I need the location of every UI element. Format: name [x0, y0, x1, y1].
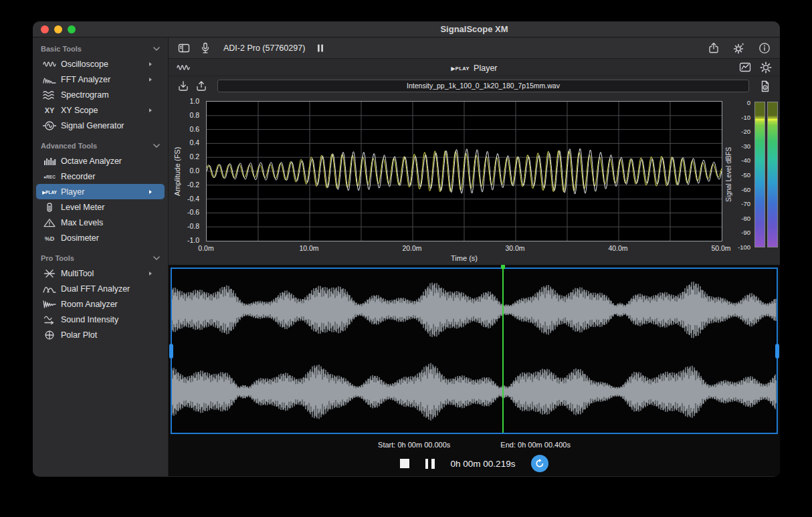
sine-wave-icon — [40, 60, 59, 69]
sidebar-item-dosimeter[interactable]: %DDosimeter — [36, 230, 165, 245]
sidebar-item-dual-fft-analyzer[interactable]: Dual FFT Analyzer — [36, 281, 165, 296]
chart-view-toggle-button[interactable] — [739, 62, 751, 74]
sidebar-item-oscilloscope[interactable]: Oscilloscope — [36, 56, 165, 72]
pause-button[interactable] — [425, 459, 435, 469]
chevron-down-icon — [153, 256, 160, 260]
meter-tick-label: -40 — [741, 157, 750, 164]
player-settings-button[interactable] — [760, 62, 772, 74]
meter-tick-label: 0 — [747, 99, 750, 106]
sidebar-item-room-analyzer[interactable]: Room Analyzer — [36, 296, 165, 312]
svg-text:▶PLAY: ▶PLAY — [42, 190, 57, 195]
export-file-button[interactable] — [195, 80, 207, 92]
sidebar-item-signal-generator[interactable]: Signal Generator — [36, 118, 165, 133]
end-time-label: End: 0h 00m 00.400s — [500, 441, 571, 449]
file-info-button[interactable] — [759, 80, 771, 92]
player-tab: ▶PLAYPlayer — [169, 62, 780, 74]
chevron-down-icon — [153, 47, 160, 51]
playhead-cursor[interactable] — [502, 269, 504, 433]
device-pause-button[interactable] — [314, 42, 326, 54]
sidebar-section-advanced-tools[interactable]: Advanced Tools — [33, 138, 168, 152]
meter-tick-label: -60 — [741, 186, 750, 193]
microphone-device-icon[interactable] — [199, 42, 211, 54]
meter-tick-label: -100 — [738, 243, 750, 251]
level-meter-bar-left — [754, 102, 765, 247]
chevron-down-icon — [153, 144, 160, 148]
device-label[interactable]: ADI-2 Pro (57760297) — [223, 43, 305, 53]
y-tick-label: 0.8 — [189, 111, 199, 119]
info-button[interactable] — [758, 42, 771, 54]
x-tick-label: 30.0m — [505, 244, 524, 252]
sidebar-item-spectrogram[interactable]: Spectrogram — [36, 87, 165, 102]
sidebar-toggle-button[interactable] — [178, 42, 190, 54]
waveform-chart — [206, 101, 722, 241]
y-tick-label: -0.8 — [187, 222, 199, 230]
sidebar-section-pro-tools[interactable]: Pro Tools — [33, 251, 168, 265]
x-tick-label: 20.0m — [402, 244, 421, 252]
sidebar-section-basic-tools[interactable]: Basic Tools — [33, 41, 168, 56]
sidebar-item-multitool[interactable]: MultiTool — [36, 266, 165, 281]
chart-zone: Amplitude (FS) 1.00.80.60.40.20.0-0.2-0.… — [169, 96, 780, 265]
section-title: Advanced Tools — [41, 142, 97, 150]
player-tab-label: Player — [474, 64, 497, 73]
sidebar-item-octave-analyzer[interactable]: Octave Analyzer — [36, 153, 165, 169]
x-axis-ticks: 0.0m10.0m20.0m30.0m40.0m50.0m — [206, 244, 722, 253]
sidebar-item-label: Recorder — [61, 172, 95, 181]
y-tick-label: 0.6 — [189, 125, 199, 133]
sidebar: Basic ToolsOscilloscopeFFT AnalyzerSpect… — [33, 37, 169, 476]
rec-badge-icon: ●REC — [40, 172, 59, 181]
sidebar-item-label: Room Analyzer — [61, 300, 118, 309]
x-axis-label: Time (s) — [451, 254, 478, 262]
minimize-button[interactable] — [54, 25, 62, 33]
sidebar-item-label: Sound Intensity — [61, 315, 118, 324]
x-tick-label: 10.0m — [299, 244, 318, 252]
zoom-button[interactable] — [68, 25, 76, 33]
current-time-display: 0h 00m 00.219s — [451, 459, 516, 469]
loop-toggle-button[interactable] — [531, 455, 548, 472]
close-button[interactable] — [41, 25, 49, 33]
sidebar-item-xy-scope[interactable]: XYXY Scope — [36, 102, 165, 118]
section-title: Pro Tools — [41, 254, 74, 262]
player-header: ▶PLAYPlayer — [169, 59, 780, 76]
sidebar-item-label: Dual FFT Analyzer — [61, 284, 130, 294]
start-time-label: Start: 0h 00m 00.000s — [378, 441, 450, 449]
sidebar-item-label: Octave Analyzer — [61, 157, 122, 166]
sidebar-item-label: Spectrogram — [61, 90, 109, 100]
settings-gear-button[interactable] — [733, 42, 745, 54]
level-meter-bar-right — [767, 102, 778, 247]
transport-controls: 0h 00m 00.219s — [169, 455, 780, 472]
app-window: SignalScope XM Basic ToolsOscilloscopeFF… — [33, 21, 780, 477]
sound-intensity-icon — [40, 315, 59, 324]
sidebar-item-recorder[interactable]: ●RECRecorder — [36, 169, 165, 184]
sidebar-item-polar-plot[interactable]: Polar Plot — [36, 327, 165, 342]
sidebar-item-player[interactable]: ▶PLAYPlayer — [36, 184, 165, 199]
svg-text:●REC: ●REC — [43, 175, 56, 179]
titlebar: SignalScope XM — [33, 21, 780, 37]
import-file-button[interactable] — [177, 80, 189, 92]
dosimeter-icon: %D — [40, 233, 59, 243]
selection-times: Start: 0h 00m 00.000s End: 0h 00m 00.400… — [169, 441, 780, 449]
sidebar-item-label: Oscilloscope — [61, 60, 108, 69]
peak-hold-indicator — [768, 119, 777, 120]
sidebar-item-fft-analyzer[interactable]: FFT Analyzer — [36, 72, 165, 87]
main-toolbar: ADI-2 Pro (57760297) — [169, 37, 780, 59]
fft-curve-icon — [40, 75, 59, 84]
sidebar-item-label: Level Meter — [61, 203, 104, 212]
room-decay-icon — [40, 300, 59, 309]
selection-handle-left[interactable] — [169, 344, 173, 358]
sidebar-item-max-levels[interactable]: Max Levels — [36, 215, 165, 230]
y-tick-label: 0.0 — [189, 167, 199, 175]
main-panel: ADI-2 Pro (57760297) ▶PLAYPlayer — [169, 37, 780, 476]
waveform-overview[interactable] — [171, 268, 778, 434]
y-tick-label: 0.4 — [189, 138, 199, 146]
signal-level-meter — [754, 102, 778, 247]
sidebar-item-level-meter[interactable]: Level Meter — [36, 199, 165, 215]
sidebar-item-sound-intensity[interactable]: Sound Intensity — [36, 312, 165, 327]
svg-text:%D: %D — [45, 235, 55, 242]
share-button[interactable] — [708, 42, 720, 54]
stop-button[interactable] — [400, 459, 409, 468]
filename-field[interactable]: Intensity_pp_1k_100_0_1k20_180_7p15mm.wa… — [217, 80, 749, 92]
meter-tick-label: -70 — [741, 200, 750, 207]
selection-handle-right[interactable] — [775, 344, 779, 358]
overview-zone: Start: 0h 00m 00.000s End: 0h 00m 00.400… — [169, 265, 780, 476]
meter-tick-label: -80 — [741, 215, 750, 222]
